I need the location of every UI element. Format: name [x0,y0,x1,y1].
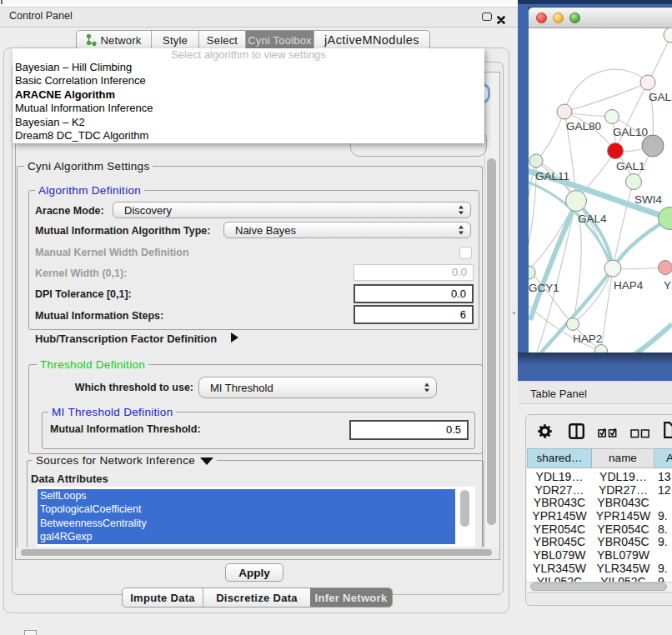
svg-text:Y: Y [664,279,671,292]
svg-text:GAL80: GAL80 [566,120,601,132]
svg-text:GAL1: GAL1 [616,160,645,172]
svg-text:GAL4: GAL4 [578,212,607,225]
svg-text:GAL2: GAL2 [649,91,672,103]
svg-text:HAP2: HAP2 [573,332,602,345]
svg-text:GAL10: GAL10 [613,126,648,138]
svg-text:GAL11: GAL11 [535,170,569,182]
svg-text:GCY1: GCY1 [529,282,559,294]
svg-text:HAP4: HAP4 [614,279,644,292]
svg-text:SWI4: SWI4 [634,193,662,206]
